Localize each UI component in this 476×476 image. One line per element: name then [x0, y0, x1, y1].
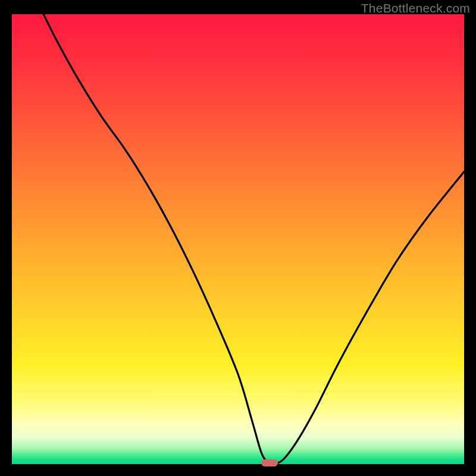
watermark-text: TheBottleneck.com: [361, 1, 470, 15]
bottleneck-curve: [12, 14, 464, 464]
optimal-marker: [261, 459, 278, 466]
chart-frame: TheBottleneck.com: [0, 0, 476, 476]
plot-area: [12, 14, 464, 464]
